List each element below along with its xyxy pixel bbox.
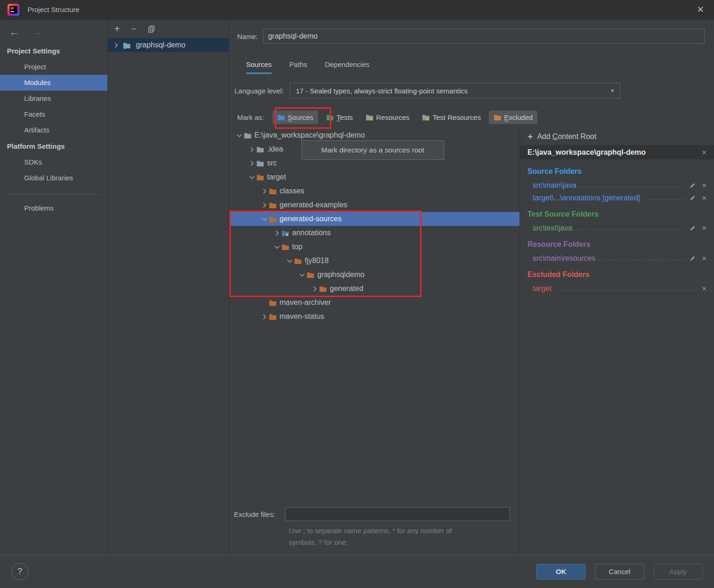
tree-row-generated-sources[interactable]: generated-sources — [229, 212, 520, 226]
tree-row-annotations[interactable]: ✱annotations — [229, 226, 520, 240]
sidebar-item-problems[interactable]: Problems — [0, 200, 107, 216]
tree-row-label: generated-sources — [280, 215, 341, 223]
sidebar-item-project[interactable]: Project — [0, 59, 107, 75]
mark-as-button-label: Test Resources — [433, 113, 480, 121]
chevron-down-icon[interactable] — [247, 173, 256, 182]
tree-row-target[interactable]: target — [229, 170, 520, 184]
svg-text:✱: ✱ — [285, 232, 289, 237]
tab-dependencies[interactable]: Dependencies — [325, 60, 369, 74]
remove-folder-icon[interactable] — [701, 255, 707, 262]
language-level-select[interactable]: 17 - Sealed types, always-strict floatin… — [290, 83, 620, 99]
remove-folder-icon[interactable] — [701, 182, 707, 189]
tree-row-label: target — [267, 173, 286, 181]
chevron-right-icon[interactable] — [112, 41, 120, 50]
edit-pencil-icon[interactable] — [689, 194, 696, 202]
chevron-right-icon[interactable] — [273, 229, 281, 238]
tree-row-label: E:\java_workspace\graphql-demo — [254, 131, 365, 139]
sidebar-item-libraries[interactable]: Libraries — [0, 91, 107, 106]
sidebar-item-artifacts[interactable]: Artifacts — [0, 122, 107, 138]
tree-row-label: generated-examples — [280, 201, 347, 209]
tree-row-classes[interactable]: classes — [229, 184, 520, 198]
edit-pencil-icon[interactable] — [689, 255, 696, 262]
mark-as-sources-button[interactable]: Sources — [273, 111, 318, 124]
mark-as-excluded-button[interactable]: Excluded — [489, 111, 538, 124]
sidebar-item-facets[interactable]: Facets — [0, 106, 107, 122]
chevron-right-icon[interactable] — [260, 312, 269, 321]
tree-row-label: generated — [330, 284, 363, 293]
tree-row-label: top — [292, 243, 302, 251]
exclude-files-hint: Use ; to separate name patterns, * for a… — [289, 525, 507, 548]
edit-pencil-icon[interactable] — [689, 225, 696, 232]
chevron-down-icon: ▼ — [610, 88, 615, 93]
close-icon[interactable]: ✕ — [687, 0, 714, 20]
copy-icon[interactable] — [147, 25, 155, 33]
tree-row-top[interactable]: top — [229, 240, 520, 254]
help-button[interactable]: ? — [11, 563, 28, 580]
folder-entry[interactable]: target\...\annotations [generated] — [527, 192, 707, 204]
folder-path: src\main\java — [533, 181, 576, 190]
sidebar-item-sdks[interactable]: SDKs — [0, 154, 107, 170]
tab-sources[interactable]: Sources — [246, 60, 272, 74]
remove-folder-icon[interactable] — [701, 285, 707, 292]
remove-content-root-icon[interactable] — [701, 149, 707, 156]
project-structure-dialog: IJ Project Structure ✕ ← → Project Setti… — [0, 0, 714, 588]
tree-row-graphsqldemo[interactable]: graphsqldemo — [229, 268, 520, 282]
tree-row-label: maven-status — [280, 312, 324, 321]
editor-tabs: SourcesPathsDependencies — [246, 60, 369, 74]
folder-gray-icon — [256, 159, 264, 167]
exclude-files-input[interactable] — [285, 507, 510, 521]
tree-row-maven-status[interactable]: maven-status — [229, 310, 520, 324]
folder-entry[interactable]: src\test\java — [527, 222, 707, 234]
dialog-title: Project Structure — [27, 6, 80, 13]
language-level-label: Language level: — [234, 87, 284, 95]
section-header-source-folders: Source Folders — [527, 167, 707, 176]
mark-as-button-label: Excluded — [504, 113, 533, 121]
folder-orange-icon — [269, 215, 277, 223]
tree-row-label: annotations — [292, 229, 331, 237]
add-content-root-button[interactable]: + Add Content Root — [520, 128, 714, 145]
excluded-folder-icon — [494, 113, 501, 121]
add-icon[interactable]: + — [114, 24, 120, 33]
content-root-row[interactable]: E:\java_workspace\graphql-demo — [520, 145, 714, 159]
dotted-leader — [575, 230, 686, 230]
tab-paths[interactable]: Paths — [289, 60, 307, 74]
edit-pencil-icon[interactable] — [689, 182, 696, 189]
tree-row-fjy8018[interactable]: fjy8018 — [229, 254, 520, 268]
folder-entry[interactable]: src\main\java — [527, 179, 707, 192]
sidebar-item-modules[interactable]: Modules — [0, 75, 107, 91]
remove-icon[interactable]: − — [131, 24, 137, 33]
remove-folder-icon[interactable] — [701, 225, 707, 231]
chevron-right-icon[interactable] — [310, 284, 319, 293]
remove-folder-icon[interactable] — [701, 195, 707, 201]
folder-entry[interactable]: src\main\resources — [527, 252, 707, 264]
apply-button[interactable]: Apply — [654, 564, 703, 580]
chevron-down-icon[interactable] — [260, 215, 269, 224]
chevron-down-icon[interactable] — [298, 271, 307, 279]
back-arrow-icon[interactable]: ← — [9, 27, 20, 37]
tree-row-generated-examples[interactable]: generated-examples — [229, 198, 520, 212]
mark-as-tests-button[interactable]: Tests — [321, 111, 358, 124]
folder-path: src\main\resources — [533, 254, 595, 263]
cancel-button[interactable]: Cancel — [595, 564, 644, 580]
mark-as-test-resources-button[interactable]: Test Resources — [417, 111, 485, 124]
folder-entry[interactable]: target — [527, 282, 707, 295]
chevron-down-icon[interactable] — [235, 131, 244, 140]
module-list-item[interactable]: graphsql-demo — [108, 38, 229, 52]
resources-folder-icon — [366, 113, 374, 121]
chevron-right-icon[interactable] — [247, 159, 256, 168]
tree-row-label: classes — [280, 187, 304, 195]
chevron-down-icon[interactable] — [273, 243, 281, 251]
mark-as-resources-button[interactable]: Resources — [361, 111, 414, 124]
module-name-input[interactable] — [263, 29, 705, 44]
chevron-right-icon[interactable] — [260, 187, 269, 196]
sidebar-item-global-libraries[interactable]: Global Libraries — [0, 170, 107, 186]
tree-row-generated[interactable]: generated — [229, 282, 520, 296]
chevron-down-icon[interactable] — [285, 257, 294, 265]
chevron-right-icon[interactable] — [247, 145, 256, 154]
chevron-right-icon[interactable] — [260, 201, 269, 210]
module-editor: Name: SourcesPathsDependencies Language … — [229, 20, 714, 555]
tree-row-maven-archiver[interactable]: maven-archiver — [229, 296, 520, 310]
ok-button[interactable]: OK — [536, 564, 586, 580]
tree-row-label: fjy8018 — [305, 257, 329, 265]
dialog-footer: ? OK Cancel Apply — [0, 555, 714, 588]
